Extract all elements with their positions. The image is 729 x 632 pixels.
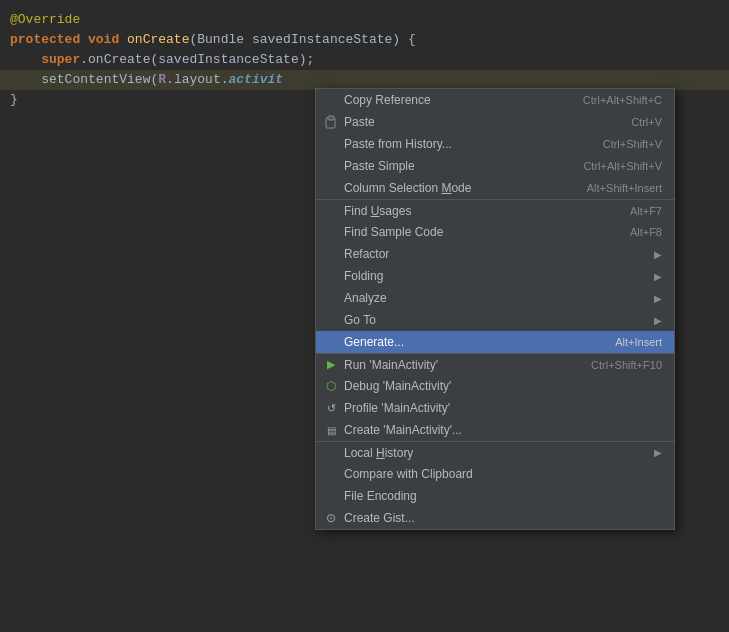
dot2: . <box>166 70 174 90</box>
param-type: Bundle <box>197 30 252 50</box>
svg-rect-1 <box>328 116 334 120</box>
activit-highlight: activit <box>229 70 284 90</box>
closing-brace: } <box>10 90 18 110</box>
run-label: Run 'MainActivity' <box>344 358 571 372</box>
menu-item-create-gist[interactable]: ⊙ Create Gist... <box>316 507 674 529</box>
paste-history-shortcut: Ctrl+Shift+V <box>603 138 662 150</box>
menu-item-local-history[interactable]: Local History ▶ <box>316 441 674 463</box>
menu-item-goto[interactable]: Go To ▶ <box>316 309 674 331</box>
indent <box>10 50 41 70</box>
param-name: savedInstanceState <box>252 30 392 50</box>
menu-item-find-sample[interactable]: Find Sample Code Alt+F8 <box>316 221 674 243</box>
code-line-3: super.onCreate(savedInstanceState); <box>0 50 729 70</box>
find-sample-shortcut: Alt+F8 <box>630 226 662 238</box>
menu-item-paste-simple[interactable]: Paste Simple Ctrl+Alt+Shift+V <box>316 155 674 177</box>
dot3: . <box>221 70 229 90</box>
indent2 <box>10 70 41 90</box>
debug-label: Debug 'MainActivity' <box>344 379 662 393</box>
menu-item-column-selection[interactable]: Column Selection Mode Alt+Shift+Insert <box>316 177 674 199</box>
run-shortcut: Ctrl+Shift+F10 <box>591 359 662 371</box>
dot: . <box>80 50 88 70</box>
menu-item-run[interactable]: ▶ Run 'MainActivity' Ctrl+Shift+F10 <box>316 353 674 375</box>
debug-icon: ⬡ <box>322 379 340 393</box>
folding-label: Folding <box>344 269 649 283</box>
menu-item-debug[interactable]: ⬡ Debug 'MainActivity' <box>316 375 674 397</box>
analyze-label: Analyze <box>344 291 649 305</box>
paste-icon <box>322 115 340 129</box>
create-label: Create 'MainActivity'... <box>344 423 662 437</box>
goto-arrow: ▶ <box>654 315 662 326</box>
copy-reference-shortcut: Ctrl+Alt+Shift+C <box>583 94 662 106</box>
column-selection-label: Column Selection Mode <box>344 181 567 195</box>
paste-label: Paste <box>344 115 611 129</box>
menu-item-profile[interactable]: ↺ Profile 'MainActivity' <box>316 397 674 419</box>
menu-item-refactor[interactable]: Refactor ▶ <box>316 243 674 265</box>
compare-clipboard-label: Compare with Clipboard <box>344 467 662 481</box>
find-sample-label: Find Sample Code <box>344 225 610 239</box>
code-line-4: setContentView(R.layout.activit <box>0 70 729 90</box>
menu-item-analyze[interactable]: Analyze ▶ <box>316 287 674 309</box>
menu-item-folding[interactable]: Folding ▶ <box>316 265 674 287</box>
setcontentview: setContentView( <box>41 70 158 90</box>
file-encoding-label: File Encoding <box>344 489 662 503</box>
keyword-void: void <box>88 30 127 50</box>
menu-item-paste-from-history[interactable]: Paste from History... Ctrl+Shift+V <box>316 133 674 155</box>
keyword-super: super <box>41 50 80 70</box>
analyze-arrow: ▶ <box>654 293 662 304</box>
code-line-2: protected void onCreate(Bundle savedInst… <box>0 30 729 50</box>
find-usages-label: Find Usages <box>344 204 610 218</box>
profile-icon: ↺ <box>322 402 340 415</box>
paren-close: ) { <box>392 30 415 50</box>
create-gist-label: Create Gist... <box>344 511 662 525</box>
menu-item-generate[interactable]: Generate... Alt+Insert <box>316 331 674 353</box>
local-history-arrow: ▶ <box>654 447 662 458</box>
paste-shortcut: Ctrl+V <box>631 116 662 128</box>
profile-label: Profile 'MainActivity' <box>344 401 662 415</box>
generate-shortcut: Alt+Insert <box>615 336 662 348</box>
context-menu: Copy Reference Ctrl+Alt+Shift+C Paste Ct… <box>315 88 675 530</box>
find-usages-shortcut: Alt+F7 <box>630 205 662 217</box>
github-icon: ⊙ <box>322 511 340 525</box>
create-icon: ▤ <box>322 425 340 436</box>
layout-field: layout <box>174 70 221 90</box>
refactor-arrow: ▶ <box>654 249 662 260</box>
paste-simple-label: Paste Simple <box>344 159 563 173</box>
menu-item-file-encoding[interactable]: File Encoding <box>316 485 674 507</box>
paren-open: ( <box>189 30 197 50</box>
paste-simple-shortcut: Ctrl+Alt+Shift+V <box>583 160 662 172</box>
copy-reference-label: Copy Reference <box>344 93 563 107</box>
annotation: @Override <box>10 10 80 30</box>
menu-item-find-usages[interactable]: Find Usages Alt+F7 <box>316 199 674 221</box>
menu-item-compare-clipboard[interactable]: Compare with Clipboard <box>316 463 674 485</box>
goto-label: Go To <box>344 313 649 327</box>
code-line-1: @Override <box>0 10 729 30</box>
method-name: onCreate <box>127 30 189 50</box>
local-history-label: Local History <box>344 446 649 460</box>
oncreate-call: onCreate(savedInstanceState); <box>88 50 314 70</box>
run-icon: ▶ <box>322 358 340 371</box>
refactor-label: Refactor <box>344 247 649 261</box>
menu-item-create[interactable]: ▤ Create 'MainActivity'... <box>316 419 674 441</box>
menu-item-paste[interactable]: Paste Ctrl+V <box>316 111 674 133</box>
keyword-protected: protected <box>10 30 88 50</box>
r-class: R <box>158 70 166 90</box>
menu-item-copy-reference[interactable]: Copy Reference Ctrl+Alt+Shift+C <box>316 89 674 111</box>
generate-label: Generate... <box>344 335 595 349</box>
column-selection-shortcut: Alt+Shift+Insert <box>587 182 662 194</box>
folding-arrow: ▶ <box>654 271 662 282</box>
paste-history-label: Paste from History... <box>344 137 583 151</box>
